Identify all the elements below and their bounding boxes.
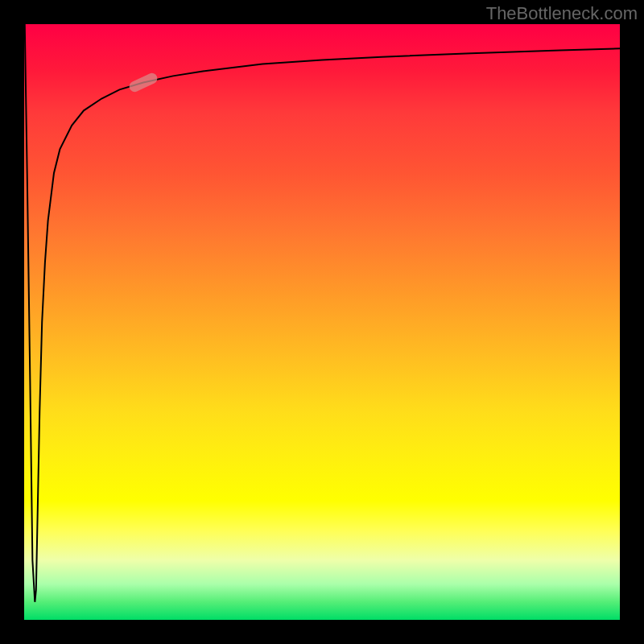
marker-group (127, 72, 159, 94)
bottom-axis-border (0, 620, 644, 644)
plot-area (24, 24, 620, 620)
left-axis-border (0, 0, 24, 644)
curve-marker (127, 72, 159, 94)
curve-path (25, 24, 620, 602)
chart-svg (24, 24, 620, 620)
watermark-text: TheBottleneck.com (486, 3, 638, 24)
